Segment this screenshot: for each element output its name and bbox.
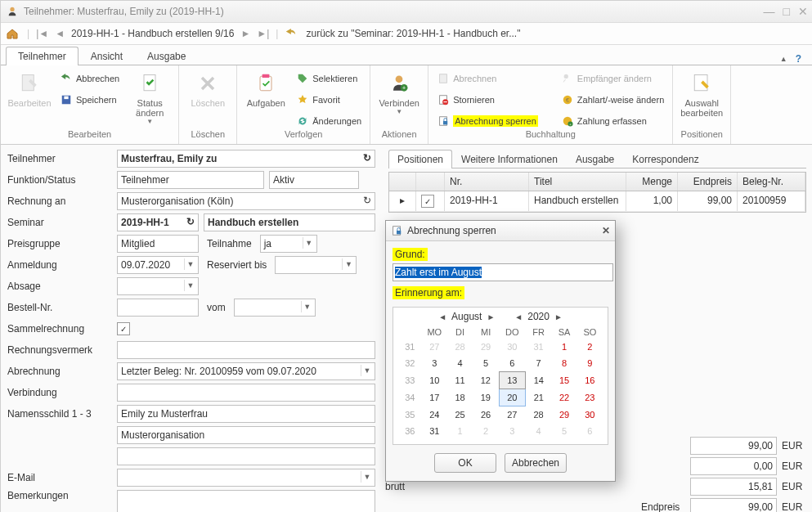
dropdown-icon[interactable]: ▼ (303, 237, 315, 249)
calendar-day[interactable]: 20 (499, 389, 526, 406)
back-icon[interactable] (285, 28, 299, 39)
reserviert-field[interactable]: ▼ (275, 256, 357, 274)
dropdown-icon[interactable]: ▼ (361, 471, 373, 483)
calendar-day[interactable]: 21 (526, 389, 552, 406)
dropdown-icon[interactable]: ▼ (301, 301, 313, 312)
calendar-day[interactable]: 5 (473, 355, 499, 372)
calendar-day[interactable]: 17 (422, 389, 447, 406)
subtab-ausgabe[interactable]: Ausgabe (567, 150, 623, 168)
calendar-day[interactable]: 19 (473, 389, 499, 406)
preisgruppe-field[interactable]: Mitglied (117, 235, 199, 253)
help-icon[interactable]: ? (796, 53, 801, 65)
status-field[interactable]: Aktiv (269, 171, 359, 189)
col-nr[interactable]: Nr. (445, 173, 529, 191)
dropdown-icon[interactable]: ▼ (184, 280, 196, 291)
next-record-icon[interactable]: ► (240, 28, 250, 39)
dropdown-icon[interactable]: ▼ (342, 258, 354, 270)
calendar-day[interactable]: 4 (526, 423, 552, 439)
bemerkungen-field[interactable] (117, 490, 375, 512)
col-beleg[interactable]: Beleg-Nr. (738, 173, 805, 191)
cancel-button[interactable]: Abbrechen (56, 69, 123, 88)
calendar-day[interactable]: 1 (447, 423, 473, 439)
seminar-title-field[interactable]: Handbuch erstellen (204, 213, 375, 231)
col-menge[interactable]: Menge (626, 173, 678, 191)
calendar-day[interactable]: 4 (447, 355, 473, 372)
cancel-invoice-button[interactable]: Stornieren (433, 90, 541, 110)
change-recipient-button[interactable]: Empfänger ändern (558, 69, 667, 88)
funktion-field[interactable]: Teilnehmer (117, 171, 264, 189)
calendar-day[interactable]: 5 (551, 423, 576, 439)
table-row[interactable]: ▸ ✓ 2019-HH-1 Handbuch erstellen 1,00 99… (389, 191, 805, 212)
prev-record-icon[interactable]: ◄ (55, 28, 65, 39)
next-month-icon[interactable]: ► (487, 312, 495, 321)
breadcrumb[interactable]: zurück zu "Seminar: 2019-HH-1 - Handbuch… (306, 28, 520, 39)
calendar-day[interactable]: 8 (551, 355, 576, 372)
calendar-day[interactable]: 27 (499, 406, 526, 424)
save-button[interactable]: Speichern (56, 90, 123, 110)
status-change-button[interactable]: Status ändern ▼ (126, 69, 173, 127)
calendar-day[interactable]: 3 (422, 355, 447, 372)
row-selector-icon[interactable]: ▸ (389, 191, 416, 211)
rechnungsvermerk-field[interactable] (117, 341, 375, 359)
teilnahme-field[interactable]: ja ▼ (260, 235, 317, 253)
changes-button[interactable]: Änderungen (293, 111, 365, 131)
seminar-code-field[interactable]: 2019-HH-1 ↻ (117, 213, 199, 231)
verbindung-field[interactable] (117, 384, 375, 402)
tasks-button[interactable]: Aufgaben (242, 69, 289, 110)
invoice-button[interactable]: Abrechnen (433, 69, 541, 88)
sammelrechnung-checkbox[interactable]: ✓ (117, 322, 130, 335)
dropdown-icon[interactable]: ▼ (184, 258, 196, 270)
ok-button[interactable]: OK (434, 453, 496, 473)
namensschild3-field[interactable] (117, 447, 375, 465)
calendar-day[interactable]: 31 (526, 339, 552, 355)
calendar-day[interactable]: 15 (551, 372, 576, 389)
calendar-day[interactable]: 2 (473, 423, 499, 439)
calendar-day[interactable]: 6 (577, 423, 603, 439)
row-checkbox[interactable]: ✓ (421, 195, 434, 208)
calendar-day[interactable]: 2 (577, 339, 603, 355)
calendar-day[interactable]: 30 (499, 339, 526, 355)
tab-ausgabe[interactable]: Ausgabe (135, 47, 198, 65)
home-icon[interactable] (6, 27, 20, 40)
calendar-day[interactable]: 14 (526, 372, 552, 389)
col-endpreis[interactable]: Endpreis (678, 173, 738, 191)
refresh-icon[interactable]: ↻ (361, 152, 373, 164)
first-record-icon[interactable]: |◄ (36, 28, 48, 39)
teilnehmer-field[interactable]: Musterfrau, Emily zu ↻ (117, 150, 375, 168)
calendar-day[interactable]: 7 (526, 355, 552, 372)
calendar-day[interactable]: 31 (422, 423, 447, 439)
tab-ansicht[interactable]: Ansicht (79, 47, 135, 65)
select-button[interactable]: Selektieren (293, 69, 365, 88)
calendar-day[interactable]: 12 (473, 372, 499, 389)
calendar-day[interactable]: 10 (422, 372, 447, 389)
record-payment-button[interactable]: + Zahlung erfassen (558, 111, 667, 131)
tab-teilnehmer[interactable]: Teilnehmer (6, 47, 79, 65)
email-field[interactable]: ▼ (117, 469, 375, 487)
lock-invoice-button[interactable]: Abrechnung sperren (433, 111, 541, 131)
delete-button[interactable]: Löschen (184, 69, 231, 110)
edit-button[interactable]: Bearbeiten (6, 69, 53, 110)
last-record-icon[interactable]: ►| (257, 28, 269, 39)
calendar-day[interactable]: 27 (422, 339, 447, 355)
change-payment-button[interactable]: € Zahlart/-weise ändern (558, 90, 667, 110)
vom-field[interactable]: ▼ (234, 299, 316, 317)
namensschild2-field[interactable]: Musterorganisation (117, 426, 375, 444)
anmeldung-field[interactable]: 09.07.2020 ▼ (117, 256, 199, 274)
edit-selection-button[interactable]: Auswahl bearbeiten (678, 69, 725, 119)
calendar-day[interactable]: 28 (447, 339, 473, 355)
calendar-day[interactable]: 26 (473, 406, 499, 424)
prev-year-icon[interactable]: ◄ (514, 312, 523, 321)
next-year-icon[interactable]: ► (554, 312, 563, 321)
dropdown-icon[interactable]: ▼ (361, 365, 373, 376)
connect-button[interactable]: + Verbinden ▼ (375, 69, 423, 117)
prev-month-icon[interactable]: ◄ (438, 312, 446, 321)
calendar-day[interactable]: 1 (551, 339, 576, 355)
date-picker[interactable]: ◄ August ► ◄ 2020 ► MODIMIDOFRSASO 31272… (393, 307, 608, 445)
subtab-positionen[interactable]: Positionen (388, 150, 452, 168)
calendar-day[interactable]: 23 (577, 389, 603, 406)
collapse-ribbon-icon[interactable]: ▲ (780, 55, 787, 63)
calendar-day[interactable]: 29 (473, 339, 499, 355)
bestellnr-field[interactable] (117, 299, 199, 317)
calendar-day[interactable]: 25 (447, 406, 473, 424)
namensschild1-field[interactable]: Emily zu Musterfrau (117, 405, 375, 423)
